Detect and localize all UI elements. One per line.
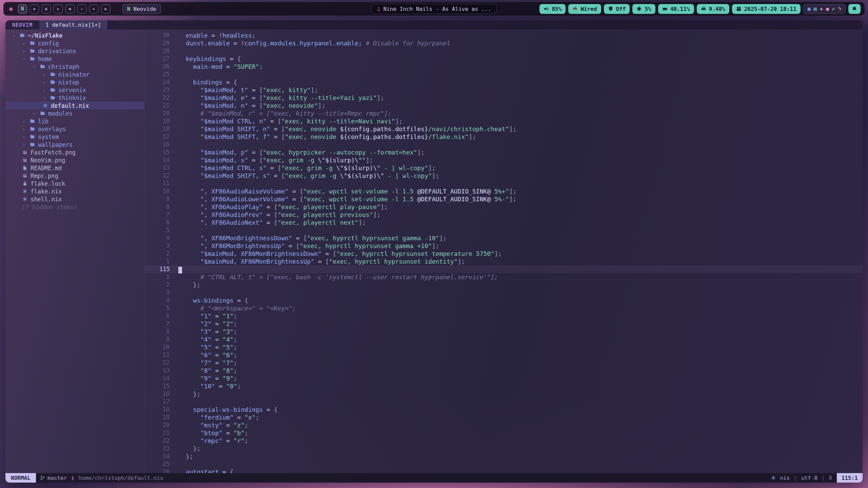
tray-indicator-icon[interactable]: ● — [826, 6, 829, 12]
module-clock[interactable]: 2025-07-20 18:11 — [732, 4, 801, 14]
code-line[interactable]: 9 ", XF86AudioLowerVolume" = ["exec, wpc… — [144, 195, 863, 203]
code-line[interactable]: 2 "$mainMod, XF86MonBrightnessDown" = ["… — [144, 250, 863, 258]
code-line[interactable]: 9 "4" = "4"; — [144, 336, 863, 343]
code-line[interactable]: 2 }; — [144, 281, 863, 289]
workspace-8[interactable]: ◉ — [101, 4, 110, 14]
code-line[interactable]: 21 "btop" = "b"; — [144, 429, 863, 437]
code-line[interactable]: 13 "8" = "8"; — [144, 367, 863, 374]
code-line[interactable]: 26 main-mod = "SUPER"; — [144, 63, 863, 70]
workspace-1[interactable]: N — [18, 4, 27, 14]
tray-power-icon[interactable]: ϟ — [838, 6, 841, 12]
code-line[interactable]: 6 "1" = "1"; — [144, 312, 863, 320]
git-branch[interactable]: master — [40, 475, 67, 481]
code-line[interactable]: 19 "$mainMod CTRL, n" = ["exec, kitty --… — [144, 117, 863, 125]
code-line[interactable]: 22 "$mainMod, e" = ["exec, kitty --title… — [144, 94, 863, 102]
tree-item-nixinator[interactable]: ▸nixinator — [5, 70, 144, 78]
module-volume[interactable]: 85% — [539, 4, 566, 14]
code-line[interactable]: 19 "ferdium" = "x"; — [144, 413, 863, 421]
code-line[interactable]: 12 "7" = "7"; — [144, 359, 863, 367]
code-line[interactable]: 23 "$mainMod, t" = ["exec, kitty"]; — [144, 86, 863, 94]
code-line[interactable]: 27 keybindings = { — [144, 55, 863, 63]
code-line[interactable]: 26 autostart = { — [144, 468, 863, 473]
code-line[interactable]: 23 }; — [144, 445, 863, 452]
code-line[interactable]: 10 ", XF86AudioRaiseVolume" = ["exec, wp… — [144, 187, 863, 195]
code-line[interactable]: 17 — [144, 398, 863, 406]
music-widget[interactable]: ♫ Nine Inch Nails - As Alive as ... — [372, 4, 497, 14]
code-line[interactable]: 5 # "<Workspace>" = "<Key>"; — [144, 304, 863, 312]
code-line[interactable]: 5 — [144, 226, 863, 234]
code-line[interactable]: 12 "$mainMod SHIFT, s" = ["exec, grim -g… — [144, 172, 863, 180]
tree-item-nixtop[interactable]: ▸nixtop — [5, 78, 144, 86]
code-line[interactable]: 20 # "$mainMod, r" = ["exec, kitty --tit… — [144, 109, 863, 117]
tree-item-christoph[interactable]: ▾christoph — [5, 63, 144, 70]
tree-item-flake.nix[interactable]: flake.nix — [5, 187, 144, 195]
code-line[interactable]: 4 ", XF86MonBrightnessDown" = ["exec, hy… — [144, 234, 863, 242]
tree-item-default.nix[interactable]: default.nix — [5, 102, 144, 109]
code-line[interactable]: 21 "$mainMod, n" = ["exec, neovide"]; — [144, 102, 863, 109]
module-cpu[interactable]: 5% — [632, 4, 655, 14]
tray-check-icon[interactable]: ✔ — [832, 6, 835, 12]
tree-item-rmpc.png[interactable]: Rmpc.png — [5, 172, 144, 180]
module-disk[interactable]: 9.48% — [697, 4, 729, 14]
code-line[interactable]: 24 bindings = { — [144, 78, 863, 86]
tree-item-neovim.png[interactable]: NeoVim.png — [5, 156, 144, 164]
code-line[interactable]: 28 — [144, 47, 863, 55]
code-line[interactable]: 6 ", XF86AudioNext" = ["exec, playerctl … — [144, 219, 863, 226]
tree-item--7-hidden-items-[interactable]: (7 hidden items) — [5, 203, 144, 211]
workspace-3[interactable]: ▣ — [42, 4, 51, 14]
workspace-5[interactable]: ● — [65, 4, 75, 14]
code-line[interactable]: 7 ", XF86AudioPrev" = ["exec, playerctl … — [144, 211, 863, 219]
code-line[interactable]: 15 "10" = "0"; — [144, 382, 863, 390]
code-line[interactable]: 7 "2" = "2"; — [144, 320, 863, 328]
code-line[interactable]: 29 dunst.enable = !config.modules.hyprpa… — [144, 39, 863, 47]
tree-item-wallpapers[interactable]: ▸wallpapers — [5, 141, 144, 148]
code-line[interactable]: 14 "9" = "9"; — [144, 374, 863, 382]
code-line[interactable]: 8 "3" = "3"; — [144, 328, 863, 336]
workspace-7[interactable]: ▪ — [89, 4, 98, 14]
tree-item-servenix[interactable]: ▸servenix — [5, 86, 144, 94]
workspace-6[interactable]: ▫ — [77, 4, 86, 14]
code-line[interactable]: 22 "rmpc" = "r"; — [144, 437, 863, 445]
code-line[interactable]: 14 "$mainMod, s" = ["exec, grim -g \"$(s… — [144, 156, 863, 164]
code-line[interactable]: 25 — [144, 460, 863, 468]
workspace-2[interactable]: ◆ — [30, 4, 39, 14]
taskbar-item-neovide[interactable]: N Neovide — [122, 4, 161, 14]
code-line[interactable]: 11 "6" = "6"; — [144, 351, 863, 359]
code-line[interactable]: 18 special-ws-bindings = { — [144, 406, 863, 413]
tree-item-lib[interactable]: ▸lib — [5, 117, 144, 125]
tree-item--nixflake[interactable]: ▾~/NixFlake — [5, 32, 144, 39]
code-line[interactable]: 16 — [144, 141, 863, 148]
tree-item-overlays[interactable]: ▸overlays — [5, 125, 144, 133]
tree-item-readme.md[interactable]: README.md — [5, 164, 144, 172]
code-line[interactable]: 15 "$mainMod, p" = ["exec, hyprpicker --… — [144, 148, 863, 156]
tree-item-fastfetch.png[interactable]: FastFetch.png — [5, 148, 144, 156]
tree-item-modules[interactable]: ▸modules — [5, 109, 144, 117]
tree-item-thinknix[interactable]: ▸thinknix — [5, 94, 144, 102]
code-line[interactable]: 3 ", XF86MonBrightnessUp" = ["exec, hypr… — [144, 242, 863, 250]
code-line[interactable]: 4 ws-bindings = { — [144, 297, 863, 304]
tree-item-shell.nix[interactable]: shell.nix — [5, 195, 144, 203]
tree-item-derivations[interactable]: ▸derivations — [5, 47, 144, 55]
code-line[interactable]: 11 — [144, 180, 863, 187]
code-line[interactable]: 10 "5" = "5"; — [144, 343, 863, 351]
code-line[interactable]: 8 ", XF86AudioPlay" = ["exec, playerctl … — [144, 203, 863, 211]
code-area[interactable]: 30 enable = !headless;29 dunst.enable = … — [144, 29, 863, 473]
code-line[interactable]: 24 }; — [144, 452, 863, 460]
code-line[interactable]: 1 "$mainMod, XF86MonBrightnessUp" = ["ex… — [144, 258, 863, 265]
tree-item-system[interactable]: ▸system — [5, 133, 144, 141]
code-line[interactable]: 25 — [144, 70, 863, 78]
tray-shield-icon[interactable]: ◆ — [820, 6, 823, 12]
module-network[interactable]: Wired — [568, 4, 601, 14]
module-vpn[interactable]: Off — [604, 4, 630, 14]
tray-device-icon[interactable]: ▤ — [814, 6, 817, 12]
tree-item-config[interactable]: ▸config — [5, 39, 144, 47]
tab-default-nix[interactable]: 1 default.nix[1+] — [39, 20, 107, 29]
code-line[interactable]: 17 "$mainMod SHIFT, f" = ["exec, neovide… — [144, 133, 863, 141]
launcher-icon[interactable]: ❖ — [7, 5, 15, 13]
code-line[interactable]: 115 — [144, 265, 863, 273]
code-line[interactable]: 18 "$mainMod SHIFT, n" = ["exec, neovide… — [144, 125, 863, 133]
code-line[interactable]: 13 "$mainMod CTRL, s" = ["exec, grim -g … — [144, 164, 863, 172]
module-memory[interactable]: 40.11% — [658, 4, 694, 14]
tree-item-flake.lock[interactable]: flake.lock — [5, 180, 144, 187]
notification-bell[interactable] — [848, 4, 861, 14]
